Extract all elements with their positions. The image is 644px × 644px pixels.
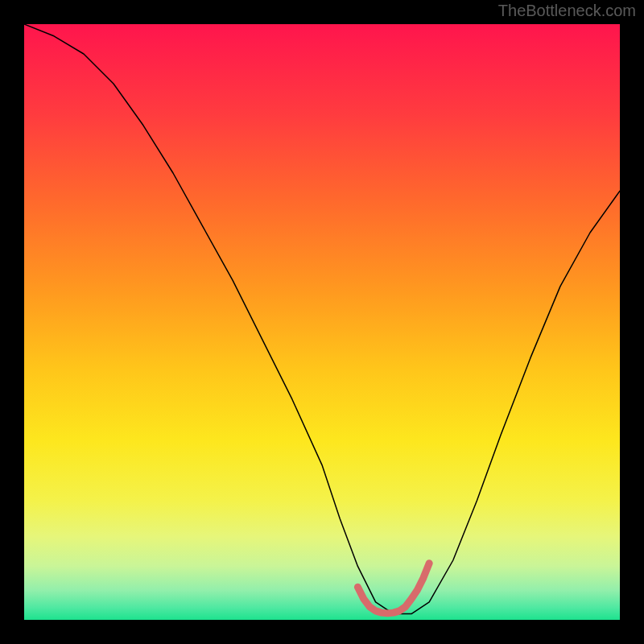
chart-area <box>24 24 620 620</box>
watermark-text: TheBottleneck.com <box>498 2 636 20</box>
chart-plot <box>24 24 620 620</box>
series-bottleneck-curve <box>24 24 620 614</box>
